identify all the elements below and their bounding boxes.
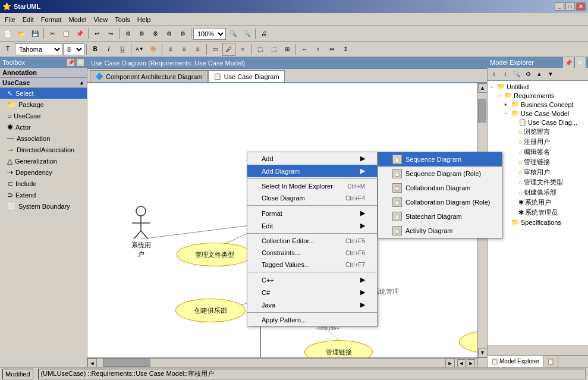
cut-button[interactable]: ✂ <box>46 27 59 40</box>
zoom-in[interactable]: 🔍 <box>227 27 240 40</box>
paste-button[interactable]: 📌 <box>73 27 86 40</box>
scroll-right-button[interactable]: ► <box>445 359 455 368</box>
tree-liulan-liuyan[interactable]: ○ 浏览留言 <box>489 127 587 137</box>
color2[interactable]: 🎨 <box>147 43 160 56</box>
nav-right[interactable]: ► <box>467 359 475 368</box>
usecase-guanli-wenjian[interactable]: 管理文件类型 <box>177 243 253 266</box>
cm-select-model[interactable]: Select In Model Explorer Ctrl+M <box>247 180 377 192</box>
horizontal-scrollbar[interactable]: ◄ ► ◄ ► <box>87 358 477 367</box>
toolbox-usecase[interactable]: ○ UseCase <box>0 111 87 122</box>
tool2[interactable]: ⚙ <box>135 27 148 40</box>
toolbox-section-annotation[interactable]: Annotation <box>0 68 87 78</box>
tool5[interactable]: ⚙ <box>176 27 189 40</box>
tree-use-case-diag[interactable]: 📋 Use Case Diag... <box>489 118 587 127</box>
sm-collaboration-diagram-role[interactable]: 📋 Collaboration Diagram (Role) <box>378 195 502 209</box>
expander-business-concept[interactable]: + <box>504 102 510 108</box>
me-footer-tab-diagram[interactable]: 📋 <box>543 356 558 367</box>
zoom-out[interactable]: 🔍 <box>240 27 253 40</box>
arrange1[interactable]: ⬚ <box>253 43 266 56</box>
color1[interactable]: A▼ <box>133 43 146 56</box>
cm-constraints[interactable]: Constraints... Ctrl+F6 <box>247 247 377 259</box>
toolbox-close[interactable]: ✕ <box>76 58 84 67</box>
toolbox-association[interactable]: — Association <box>0 133 87 145</box>
draw-tool1[interactable]: ▭ <box>209 43 222 56</box>
spacing1[interactable]: ↔ <box>298 43 311 56</box>
align-center[interactable]: ≡ <box>178 43 191 56</box>
me-pin[interactable]: 📌 <box>563 57 574 68</box>
undo-button[interactable]: ↩ <box>90 27 103 40</box>
maximize-button[interactable]: □ <box>565 2 575 11</box>
redo-button[interactable]: ↪ <box>104 27 117 40</box>
cm-cpp[interactable]: C++ ▶ <box>247 274 377 286</box>
me-filter[interactable]: 🔍 <box>511 69 522 80</box>
tree-guanli-wenjian[interactable]: ○ 管理文件类型 <box>489 177 587 187</box>
draw-tool3[interactable]: ○ <box>236 43 249 56</box>
cm-edit[interactable]: Edit ▶ <box>247 219 377 232</box>
font-size-dropdown[interactable]: 8 10 12 <box>63 43 84 55</box>
tool4[interactable]: ⚙ <box>162 27 175 40</box>
menu-format[interactable]: Format <box>37 13 65 26</box>
cm-collection-editor[interactable]: Collection Editor... Ctrl+F5 <box>247 235 377 247</box>
scroll-up-icon[interactable]: ▲ <box>79 80 84 86</box>
tree-xitong-guanliyuan[interactable]: ✱ 系统管理员 <box>489 208 587 218</box>
cm-add[interactable]: Add ▶ <box>247 152 377 165</box>
scroll-thumb-v[interactable] <box>478 99 486 123</box>
cm-format[interactable]: Format ▶ <box>247 207 377 219</box>
toolbox-dependency[interactable]: ⇢ Dependency <box>0 167 87 178</box>
me-close[interactable]: ✕ <box>575 57 586 68</box>
scroll-thumb-h[interactable] <box>103 359 150 367</box>
zoom-dropdown[interactable]: 100% 75% 150% <box>193 28 226 40</box>
tree-use-case-model[interactable]: − 📁 Use Case Model <box>489 109 587 118</box>
scroll-left-button[interactable]: ◄ <box>87 359 97 368</box>
tree-business-concept[interactable]: + 📁 Business Concept <box>489 100 587 109</box>
toolbox-extend[interactable]: ⊃ Extend <box>0 190 87 201</box>
cm-tagged-values[interactable]: Tagged Values... Ctrl+F7 <box>247 259 377 271</box>
spacing2[interactable]: ↕ <box>312 43 325 56</box>
italic-button[interactable]: I <box>102 43 115 56</box>
draw-tool2[interactable]: 🖊 <box>222 43 235 56</box>
font-name-dropdown[interactable]: Tahoma <box>15 43 62 55</box>
cm-close-diagram[interactable]: Close Diagram Ctrl+F4 <box>247 192 377 204</box>
scroll-down-button[interactable]: ▼ <box>478 348 488 357</box>
me-settings[interactable]: ⚙ <box>523 69 533 80</box>
me-down[interactable]: ▼ <box>545 69 556 80</box>
toolbox-include[interactable]: ⊂ Include <box>0 178 87 190</box>
toolbox-pin[interactable]: 📌 <box>67 58 75 67</box>
arrange3[interactable]: ⊞ <box>281 43 294 56</box>
expander-use-case-model[interactable]: − <box>504 111 510 117</box>
tree-chuangjian-julebu[interactable]: ○ 创建俱乐部 <box>489 187 587 197</box>
tab-use-case-diagram[interactable]: 📋 Use Case Diagram <box>208 70 285 82</box>
align-right[interactable]: ≡ <box>191 43 205 56</box>
tool1[interactable]: ⚙ <box>121 27 134 40</box>
tree-specifications[interactable]: 📁 Specifications <box>489 218 587 227</box>
me-sort1[interactable]: ↕ <box>489 69 499 80</box>
me-footer-tab-model[interactable]: 📋 Model Explorer <box>488 356 543 367</box>
bold-button[interactable]: B <box>89 43 102 56</box>
underline-button[interactable]: U <box>116 43 129 56</box>
me-scroll-h[interactable] <box>488 346 588 356</box>
menu-view[interactable]: View <box>90 13 112 26</box>
spacing3[interactable]: ⇔ <box>325 43 338 56</box>
tree-guanli-lianjie[interactable]: ○ 管理链接 <box>489 157 587 167</box>
toolbox-section-usecase[interactable]: UseCase ▲ <box>0 78 87 88</box>
menu-edit[interactable]: Edit <box>19 13 37 26</box>
expander-requirements[interactable]: − <box>497 93 503 99</box>
cm-apply-pattern[interactable]: Apply Pattern... <box>247 314 377 326</box>
open-button[interactable]: 📂 <box>15 27 28 40</box>
tool3[interactable]: ⚙ <box>149 27 162 40</box>
sm-sequence-diagram-role[interactable]: 📋 Sequence Diagram (Role) <box>378 167 502 181</box>
sm-activity-diagram[interactable]: 📋 Activity Diagram <box>378 224 502 238</box>
expander-untitled[interactable]: − <box>490 84 496 90</box>
arrange2[interactable]: ⬚ <box>267 43 280 56</box>
tree-zhuce-yonghu[interactable]: ○ 注册用户 <box>489 137 587 147</box>
sm-collaboration-diagram[interactable]: 📋 Collaboration Diagram <box>378 181 502 195</box>
me-up[interactable]: ▲ <box>534 69 545 80</box>
toolbox-actor[interactable]: ✱ Actor <box>0 122 87 133</box>
spacing4[interactable]: ⇕ <box>339 43 352 56</box>
tree-untitled[interactable]: − 📁 Untitled <box>489 82 587 91</box>
print-button[interactable]: 🖨 <box>257 27 271 40</box>
copy-button[interactable]: 📋 <box>59 27 73 40</box>
cm-java[interactable]: Java ▶ <box>247 299 377 311</box>
align-left[interactable]: ≡ <box>164 43 177 56</box>
toolbox-select[interactable]: ↖ Select <box>0 88 87 99</box>
